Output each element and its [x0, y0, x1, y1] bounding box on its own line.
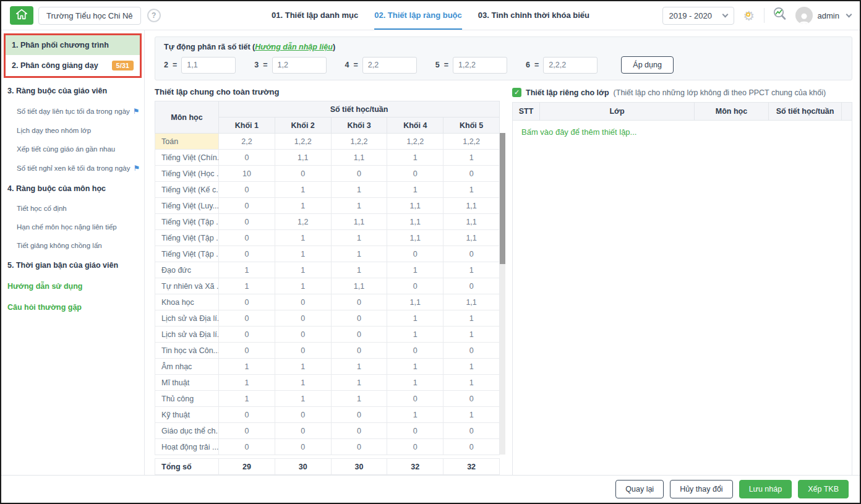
- value-cell[interactable]: 0: [219, 198, 275, 214]
- value-cell[interactable]: 1: [443, 407, 500, 423]
- value-cell[interactable]: 0: [275, 310, 331, 327]
- value-cell[interactable]: 0: [331, 439, 387, 455]
- value-cell[interactable]: 0: [331, 407, 387, 423]
- value-cell[interactable]: 1: [275, 230, 331, 246]
- value-cell[interactable]: 0: [275, 423, 331, 439]
- value-cell[interactable]: 0: [219, 230, 275, 246]
- value-cell[interactable]: 1,1: [275, 150, 331, 166]
- footer-button-2[interactable]: Hủy thay đổi: [670, 480, 732, 498]
- value-cell[interactable]: 1: [387, 182, 443, 198]
- value-cell[interactable]: 1: [331, 262, 387, 278]
- value-cell[interactable]: 0: [275, 294, 331, 310]
- value-cell[interactable]: 0: [443, 166, 500, 182]
- value-cell[interactable]: 1: [387, 310, 443, 327]
- value-cell[interactable]: 0: [387, 166, 443, 182]
- subject-cell[interactable]: Tiếng Việt (Chín...: [155, 150, 219, 166]
- value-cell[interactable]: 0: [443, 278, 500, 294]
- split-input-6[interactable]: [543, 57, 598, 74]
- tab-step-3[interactable]: 03. Tinh chỉnh thời khóa biểu: [478, 1, 589, 30]
- value-cell[interactable]: 0: [219, 294, 275, 310]
- value-cell[interactable]: 0: [219, 150, 275, 166]
- value-cell[interactable]: 0: [219, 423, 275, 439]
- value-cell[interactable]: 0: [331, 423, 387, 439]
- input-guide-link[interactable]: Hướng dẫn nhập liệu: [255, 43, 333, 51]
- value-cell[interactable]: 1,1: [387, 294, 443, 310]
- value-cell[interactable]: 0: [387, 343, 443, 359]
- value-cell[interactable]: 0: [387, 439, 443, 455]
- value-cell[interactable]: 1: [443, 375, 500, 391]
- subject-cell[interactable]: Tiếng Việt (Học ...: [155, 166, 219, 182]
- value-cell[interactable]: 0: [387, 423, 443, 439]
- value-cell[interactable]: 1,1: [443, 294, 500, 310]
- split-input-5[interactable]: [453, 57, 507, 74]
- value-cell[interactable]: 0: [387, 391, 443, 407]
- value-cell[interactable]: 1: [219, 375, 275, 391]
- value-cell[interactable]: 1,1: [387, 198, 443, 214]
- value-cell[interactable]: 0: [219, 182, 275, 198]
- value-cell[interactable]: 0: [443, 246, 500, 262]
- value-cell[interactable]: 1: [275, 391, 331, 407]
- value-cell[interactable]: 1,1: [331, 150, 387, 166]
- sidebar-section-12[interactable]: 5. Thời gian bận của giáo viên: [1, 255, 144, 276]
- value-cell[interactable]: 0: [331, 166, 387, 182]
- analyze-button[interactable]: [772, 6, 788, 25]
- sidebar-item-2[interactable]: 2. Phân công giảng dạy5/31: [6, 55, 140, 76]
- sidebar-section-8[interactable]: 4. Ràng buộc của môn học: [1, 178, 144, 199]
- subject-cell[interactable]: Lịch sử và Địa lí...: [155, 310, 219, 327]
- value-cell[interactable]: 0: [219, 439, 275, 455]
- split-input-2[interactable]: [181, 57, 236, 74]
- school-year-select[interactable]: 2019 - 2020: [662, 7, 734, 25]
- value-cell[interactable]: 0: [275, 439, 331, 455]
- subject-cell[interactable]: Tiếng Việt (Tập ...: [155, 246, 219, 262]
- value-cell[interactable]: 1: [275, 375, 331, 391]
- value-cell[interactable]: 0: [443, 343, 500, 359]
- footer-button-4[interactable]: Xếp TKB: [798, 480, 849, 498]
- subject-cell[interactable]: Lịch sử và Địa lí...: [155, 327, 219, 343]
- value-cell[interactable]: 1,2,2: [387, 134, 443, 150]
- per-class-checkbox[interactable]: ✓: [512, 88, 521, 97]
- subject-cell[interactable]: Tin học và Côn...: [155, 343, 219, 359]
- value-cell[interactable]: 1: [275, 278, 331, 294]
- home-button[interactable]: [10, 6, 33, 25]
- value-cell[interactable]: 1: [443, 359, 500, 375]
- subject-cell[interactable]: Khoa học: [155, 294, 219, 310]
- value-cell[interactable]: 1: [387, 262, 443, 278]
- footer-button-3[interactable]: Lưu nháp: [739, 480, 792, 498]
- sidebar-subitem-10[interactable]: Hạn chế môn học nặng liên tiếp: [1, 218, 144, 236]
- subject-cell[interactable]: Kỹ thuật: [155, 407, 219, 423]
- value-cell[interactable]: 1: [443, 150, 500, 166]
- value-cell[interactable]: 1: [275, 262, 331, 278]
- settings-button[interactable]: ⚙: [742, 8, 756, 23]
- subject-cell[interactable]: Mĩ thuật: [155, 375, 219, 391]
- subject-cell[interactable]: Hoạt động trải ...: [155, 439, 219, 455]
- value-cell[interactable]: 1: [219, 278, 275, 294]
- value-cell[interactable]: 1: [219, 262, 275, 278]
- subject-cell[interactable]: Toán: [155, 134, 219, 150]
- add-setting-link[interactable]: Bấm vào đây để thêm thiết lập...: [513, 121, 852, 143]
- username[interactable]: admin: [818, 11, 839, 20]
- value-cell[interactable]: 0: [443, 423, 500, 439]
- value-cell[interactable]: 0: [443, 439, 500, 455]
- value-cell[interactable]: 1: [275, 359, 331, 375]
- sidebar-section-3[interactable]: 3. Ràng buộc của giáo viên: [1, 80, 144, 101]
- value-cell[interactable]: 1: [387, 359, 443, 375]
- subject-cell[interactable]: Tự nhiên và Xã ...: [155, 278, 219, 294]
- value-cell[interactable]: 1: [275, 246, 331, 262]
- avatar[interactable]: [795, 7, 813, 24]
- value-cell[interactable]: 1,2,2: [275, 134, 331, 150]
- apply-button[interactable]: Áp dụng: [621, 56, 674, 74]
- value-cell[interactable]: 1,2,2: [443, 134, 500, 150]
- scrollbar-thumb[interactable]: [500, 133, 505, 264]
- subject-cell[interactable]: Tiếng Việt (Kế c...: [155, 182, 219, 198]
- value-cell[interactable]: 1: [275, 182, 331, 198]
- value-cell[interactable]: 0: [275, 327, 331, 343]
- value-cell[interactable]: 1: [219, 391, 275, 407]
- value-cell[interactable]: 1: [387, 327, 443, 343]
- value-cell[interactable]: 1,2,2: [331, 134, 387, 150]
- sidebar-subitem-7[interactable]: Số tiết nghỉ xen kẽ tối đa trong ngày⚑: [1, 158, 144, 178]
- sidebar-item-1[interactable]: 1. Phân phối chương trình: [6, 35, 140, 55]
- value-cell[interactable]: 0: [443, 391, 500, 407]
- subject-cell[interactable]: Âm nhạc: [155, 359, 219, 375]
- value-cell[interactable]: 1,1: [443, 230, 500, 246]
- subject-cell[interactable]: Thủ công: [155, 391, 219, 407]
